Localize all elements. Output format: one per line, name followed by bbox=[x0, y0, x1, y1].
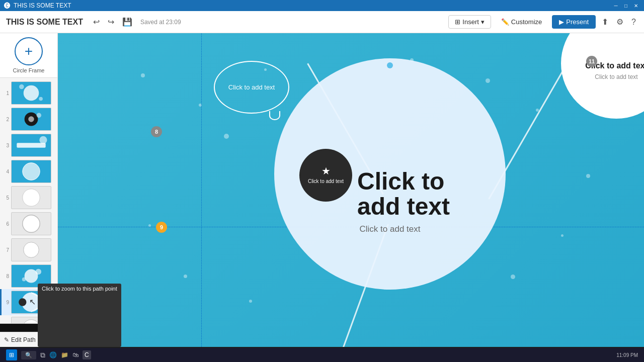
add-shape-btn[interactable]: + bbox=[15, 37, 43, 65]
title-bar: 🅒 THIS IS SOME TEXT ─ □ ✕ bbox=[0, 0, 644, 11]
svg-point-25 bbox=[19, 298, 26, 306]
canvas-area[interactable]: Click to add text ★ Click to add text Cl… bbox=[58, 33, 644, 347]
dot-12 bbox=[511, 275, 515, 279]
dot-6 bbox=[486, 78, 490, 83]
undo-btn[interactable]: ↩ bbox=[91, 15, 102, 29]
svg-point-2 bbox=[19, 84, 24, 89]
shape-label: Circle Frame bbox=[13, 67, 45, 73]
slide-item-3[interactable]: 3 bbox=[0, 132, 57, 158]
slide-thumb-6 bbox=[11, 212, 51, 235]
svg-point-1 bbox=[24, 85, 39, 101]
present-label: Present bbox=[566, 18, 589, 26]
main-text-area[interactable]: Click toadd text bbox=[357, 169, 496, 220]
main-layout: + Circle Frame 1 2 bbox=[0, 33, 644, 347]
icon-circle-text: Click to add text bbox=[305, 177, 347, 186]
speech-bubble[interactable]: Click to add text bbox=[214, 61, 289, 114]
title-bar-text: THIS IS SOME TEXT bbox=[14, 2, 71, 9]
main-click-text: Click toadd text bbox=[357, 169, 496, 220]
task-view-btn[interactable]: ⧉ bbox=[40, 351, 45, 359]
right-circle-sub: Click to add text bbox=[595, 73, 637, 80]
speech-bubble-text: Click to add text bbox=[224, 79, 279, 95]
sub-click-text: Click to add text bbox=[360, 224, 421, 234]
taskbar: ⊞ 🔍 ⧉ 🌐 📁 🛍 C 11:09 PM bbox=[0, 348, 644, 362]
slide-thumb-2 bbox=[11, 108, 51, 131]
slide-item-2[interactable]: 2 bbox=[0, 106, 57, 132]
active-indicator bbox=[0, 289, 2, 315]
slide-item-6[interactable]: 6 bbox=[0, 211, 57, 237]
slide-num-8: 8 bbox=[2, 274, 9, 279]
maximize-btn[interactable]: □ bbox=[622, 2, 630, 10]
app-title: THIS IS SOME TEXT bbox=[6, 18, 83, 27]
slide-num-5: 5 bbox=[2, 195, 9, 201]
svg-point-3 bbox=[39, 97, 43, 101]
slide-thumb-4 bbox=[11, 160, 51, 183]
explorer-btn[interactable]: 📁 bbox=[61, 351, 68, 358]
customize-btn[interactable]: ✏️ Customize bbox=[495, 16, 548, 28]
slide-num-9: 9 bbox=[2, 300, 9, 305]
start-btn[interactable]: ⊞ bbox=[6, 349, 17, 360]
canva-btn[interactable]: C bbox=[83, 350, 91, 359]
svg-point-10 bbox=[39, 136, 47, 144]
badge-11: 11 bbox=[586, 56, 597, 67]
time-display: 11:09 PM bbox=[616, 352, 638, 358]
settings-btn[interactable]: ⚙ bbox=[614, 15, 625, 29]
star-icon: ★ bbox=[321, 165, 331, 177]
svg-rect-9 bbox=[17, 143, 45, 148]
insert-icon: ⊞ bbox=[455, 18, 460, 26]
slide-item-5[interactable]: 5 bbox=[0, 185, 57, 211]
sub-text-area[interactable]: Click to add text bbox=[360, 224, 421, 234]
sidebar: + Circle Frame 1 2 bbox=[0, 33, 58, 347]
slide-num-1: 1 bbox=[2, 90, 9, 96]
slide-item-1[interactable]: 1 bbox=[0, 80, 57, 106]
slide-thumb-7 bbox=[11, 238, 51, 261]
dot-10 bbox=[184, 275, 187, 278]
main-circle[interactable]: ★ Click to add text Click toadd text Cli… bbox=[274, 58, 506, 290]
customize-label: Customize bbox=[511, 18, 542, 26]
present-btn[interactable]: ▶ Present bbox=[552, 15, 596, 29]
slide-num-6: 6 bbox=[2, 221, 9, 227]
circle-control-dot[interactable] bbox=[387, 62, 393, 68]
svg-point-12 bbox=[23, 163, 40, 180]
slide-thumb-1 bbox=[11, 81, 51, 105]
customize-icon: ✏️ bbox=[501, 18, 509, 26]
svg-point-6 bbox=[28, 116, 34, 122]
slide-thumb-3 bbox=[11, 134, 51, 157]
slide-list: 1 2 bbox=[0, 78, 57, 323]
slide-num-2: 2 bbox=[2, 117, 9, 122]
dot-3 bbox=[224, 134, 229, 139]
badge-9: 9 bbox=[156, 222, 167, 233]
insert-chevron: ▾ bbox=[481, 18, 485, 26]
tooltip: Click to zoom to this path point bbox=[38, 284, 57, 323]
minimize-btn[interactable]: ─ bbox=[612, 2, 620, 10]
edit-path-label: Edit Path bbox=[11, 336, 36, 343]
slide-item-4[interactable]: 4 bbox=[0, 158, 57, 185]
slide-item-9[interactable]: 9 Click to zoom to this path point ↖ bbox=[0, 289, 57, 315]
play-icon: ▶ bbox=[559, 18, 564, 26]
canvas-wrapper: Click to add text ★ Click to add text Cl… bbox=[58, 33, 644, 347]
share-btn[interactable]: ⬆ bbox=[600, 15, 610, 29]
insert-btn[interactable]: ⊞ Insert ▾ bbox=[448, 15, 491, 29]
dot-8 bbox=[586, 174, 590, 178]
help-btn[interactable]: ? bbox=[629, 16, 638, 29]
icon-circle[interactable]: ★ Click to add text bbox=[299, 149, 352, 202]
redo-btn[interactable]: ↪ bbox=[106, 15, 116, 29]
slide-item-7[interactable]: 7 bbox=[0, 237, 57, 263]
edge-btn[interactable]: 🌐 bbox=[49, 351, 57, 358]
dot-13 bbox=[561, 234, 564, 237]
svg-point-18 bbox=[24, 242, 39, 258]
search-bar[interactable]: 🔍 bbox=[21, 351, 36, 359]
slide-num-4: 4 bbox=[2, 169, 9, 174]
close-btn[interactable]: ✕ bbox=[632, 2, 640, 10]
save-btn[interactable]: 💾 bbox=[120, 15, 134, 29]
slide-thumb-5 bbox=[11, 186, 51, 209]
edit-path-icon: ✎ bbox=[4, 336, 9, 343]
guide-v bbox=[201, 33, 202, 347]
svg-point-7 bbox=[37, 113, 42, 118]
speech-bubble-tail bbox=[269, 111, 280, 120]
saved-text: Saved at 23:09 bbox=[140, 19, 181, 26]
shape-picker: + Circle Frame bbox=[0, 33, 57, 78]
svg-point-16 bbox=[23, 215, 40, 232]
insert-label: Insert bbox=[462, 18, 479, 26]
svg-point-21 bbox=[36, 269, 41, 275]
store-btn[interactable]: 🛍 bbox=[72, 351, 78, 358]
